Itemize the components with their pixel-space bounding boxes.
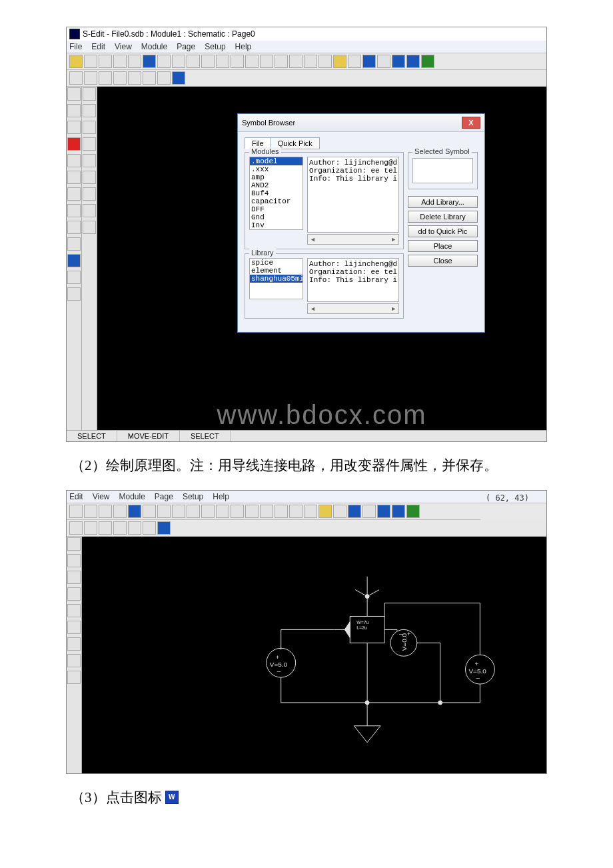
tri-down-icon[interactable] bbox=[83, 171, 96, 184]
s2-f-icon[interactable] bbox=[333, 505, 346, 518]
view-icon[interactable] bbox=[231, 55, 244, 68]
menu-bar-2[interactable]: EditViewModulePageSetupHelp( 62, 43) bbox=[67, 491, 546, 503]
schematic-canvas-1[interactable]: www.bdocx.com Symbol Browser X File Quic… bbox=[97, 87, 546, 430]
s2-step-icon[interactable] bbox=[67, 637, 81, 651]
menu-bar-1[interactable]: FileEditViewModulePageSetupHelp bbox=[67, 41, 546, 53]
list-item[interactable]: Gnd bbox=[250, 213, 303, 221]
s2-w-icon[interactable] bbox=[377, 505, 390, 518]
delete-library-button[interactable]: Delete Library bbox=[408, 211, 478, 223]
rect2-icon[interactable] bbox=[83, 87, 96, 101]
port-l-icon[interactable] bbox=[67, 171, 81, 184]
menu-item[interactable]: Setup bbox=[205, 42, 225, 51]
rect-icon[interactable] bbox=[67, 221, 81, 234]
left-tool-palette-2[interactable] bbox=[67, 537, 82, 773]
left-tool-palette-b[interactable] bbox=[82, 87, 97, 430]
list-item[interactable]: amp bbox=[250, 173, 303, 181]
s2-circle-icon[interactable] bbox=[67, 554, 81, 567]
bracket-icon[interactable] bbox=[83, 137, 96, 151]
save-icon[interactable] bbox=[99, 55, 112, 68]
close-button[interactable]: Close bbox=[408, 255, 478, 267]
menu-item[interactable]: View bbox=[93, 492, 110, 501]
tool-e-icon[interactable] bbox=[333, 55, 346, 68]
zoom-icon[interactable] bbox=[245, 55, 259, 68]
toolbar-row-2[interactable] bbox=[67, 70, 546, 87]
wire-tool-icon[interactable] bbox=[67, 121, 81, 134]
circle-icon[interactable] bbox=[83, 104, 96, 117]
s2-cut-icon[interactable] bbox=[172, 505, 185, 518]
search-icon[interactable] bbox=[260, 55, 273, 68]
t2-c[interactable] bbox=[99, 71, 112, 85]
s2-bracket-icon[interactable] bbox=[67, 587, 81, 601]
list-item[interactable]: .model bbox=[250, 157, 303, 165]
list-item[interactable]: capacitor bbox=[250, 197, 303, 205]
s2-tri-up-icon[interactable] bbox=[67, 604, 81, 617]
tool-b-icon[interactable] bbox=[289, 55, 303, 68]
list-item[interactable]: Inv bbox=[250, 221, 303, 229]
list-item[interactable]: Buf4 bbox=[250, 189, 303, 197]
list-item[interactable]: N bbox=[250, 229, 303, 230]
place-button[interactable]: Place bbox=[408, 240, 478, 252]
cut-icon[interactable] bbox=[187, 55, 200, 68]
new-icon[interactable] bbox=[69, 55, 83, 68]
s2-g-icon[interactable] bbox=[348, 505, 361, 518]
s2-v2-icon[interactable] bbox=[392, 505, 405, 518]
tool-c-icon[interactable] bbox=[304, 55, 317, 68]
s2-c2-icon[interactable] bbox=[187, 505, 200, 518]
sig-icon[interactable] bbox=[67, 271, 81, 284]
step-icon[interactable] bbox=[83, 187, 96, 201]
s2-e-icon[interactable] bbox=[318, 505, 332, 518]
text-tool-icon[interactable] bbox=[67, 104, 81, 117]
menu-item[interactable]: File bbox=[69, 42, 82, 51]
tool-i-icon[interactable] bbox=[421, 55, 434, 68]
menu-item[interactable]: Setup bbox=[183, 492, 203, 501]
s2-i-icon[interactable] bbox=[406, 505, 420, 518]
list-item[interactable]: AND2 bbox=[250, 181, 303, 189]
tool-f-icon[interactable] bbox=[348, 55, 361, 68]
menu-item[interactable]: Page bbox=[155, 492, 173, 501]
s2-undo-icon[interactable] bbox=[143, 505, 156, 518]
s2-tri-down-icon[interactable] bbox=[67, 621, 81, 634]
toolbar-row-1[interactable] bbox=[67, 53, 546, 70]
add-library-button[interactable]: Add Library... bbox=[408, 196, 478, 208]
port-r-icon[interactable] bbox=[67, 154, 81, 167]
copy2-icon[interactable] bbox=[201, 55, 215, 68]
s2-s-icon[interactable] bbox=[245, 505, 259, 518]
arc-icon[interactable] bbox=[83, 121, 96, 134]
tool-d-icon[interactable] bbox=[318, 55, 332, 68]
list-item[interactable]: spice bbox=[250, 259, 303, 267]
s2-save-icon[interactable] bbox=[84, 505, 97, 518]
s2-d-icon[interactable] bbox=[304, 505, 317, 518]
box-tool-icon[interactable] bbox=[67, 204, 81, 217]
s2-copy-icon[interactable] bbox=[128, 505, 141, 518]
t2-a[interactable] bbox=[69, 71, 83, 85]
list-item[interactable]: element bbox=[250, 267, 303, 275]
dialog-titlebar[interactable]: Symbol Browser X bbox=[238, 114, 484, 132]
library-listbox[interactable]: spiceelementshanghua05mixlib bbox=[249, 258, 303, 299]
dot-tool-icon[interactable] bbox=[67, 137, 81, 151]
menu-item[interactable]: Help bbox=[235, 42, 252, 51]
s2-slash-d-icon[interactable] bbox=[67, 654, 81, 667]
s2b-d[interactable] bbox=[113, 521, 127, 535]
s2b-e[interactable] bbox=[128, 521, 141, 535]
paint-icon[interactable] bbox=[67, 287, 81, 301]
print-icon[interactable] bbox=[113, 55, 127, 68]
s2-arc-icon[interactable] bbox=[67, 571, 81, 584]
list-item[interactable]: shanghua05mixlib bbox=[250, 275, 303, 283]
menu-item[interactable]: Help bbox=[213, 492, 229, 501]
slash-u-icon[interactable] bbox=[83, 221, 96, 234]
modules-listbox[interactable]: .model.xxxampAND2Buf4capacitorDFFGndInvN… bbox=[249, 157, 303, 230]
s2-rect-icon[interactable] bbox=[67, 537, 81, 551]
s2-redo-icon[interactable] bbox=[157, 505, 171, 518]
s2-v-icon[interactable] bbox=[216, 505, 229, 518]
t2-f[interactable] bbox=[143, 71, 156, 85]
s2-slash-u-icon[interactable] bbox=[67, 671, 81, 684]
s2b-g[interactable] bbox=[157, 521, 171, 535]
paste-icon[interactable] bbox=[216, 55, 229, 68]
s2b-b[interactable] bbox=[84, 521, 97, 535]
redo-icon[interactable] bbox=[172, 55, 185, 68]
menu-item[interactable]: Edit bbox=[69, 492, 83, 501]
library-scroll[interactable] bbox=[307, 303, 399, 314]
tri-up-icon[interactable] bbox=[83, 154, 96, 167]
s2b-a[interactable] bbox=[69, 521, 83, 535]
tool-a-icon[interactable] bbox=[275, 55, 288, 68]
